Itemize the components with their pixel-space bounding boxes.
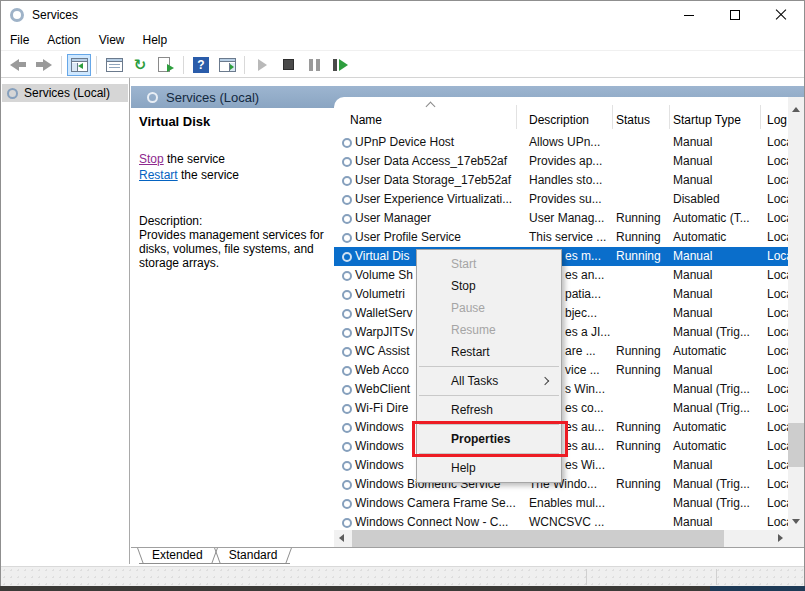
horizontal-scrollbar[interactable] [334,530,788,547]
service-gear-icon [342,271,352,281]
service-action-links: Stop the service Restart the service [139,151,326,183]
service-name-cell: User Data Access_17eb52af [334,152,516,171]
service-startup-cell: Automatic (T... [669,209,760,228]
scroll-up-icon[interactable] [792,107,800,112]
service-logon-cell: Loca [760,513,788,530]
context-menu-item-restart[interactable]: Restart [417,341,561,363]
service-gear-icon [342,518,352,528]
service-status-cell [612,399,669,418]
service-gear-icon [342,328,352,338]
show-tree-icon[interactable] [67,54,91,76]
service-gear-icon [342,214,352,224]
tree-item-services-local[interactable]: Services (Local) [2,84,128,102]
service-gear-icon [342,461,352,471]
menu-file[interactable]: File [1,30,38,50]
tab-standard[interactable]: Standard [216,548,291,564]
scroll-right-icon[interactable] [778,534,783,542]
action-pane-icon[interactable] [215,54,239,76]
context-menu-item-properties[interactable]: Properties [417,428,561,450]
pane-header-gear-icon [147,92,158,103]
menu-action[interactable]: Action [38,30,89,50]
table-row[interactable]: UPnP Device HostAllows UPn...ManualLoca [334,133,788,152]
context-menu-item-all-tasks[interactable]: All Tasks [417,370,561,392]
service-status-cell: Running [612,247,669,266]
toolbar-separator [183,56,184,74]
status-bar-divider [586,569,587,585]
context-menu-item-stop[interactable]: Stop [417,275,561,297]
service-status-cell [612,323,669,342]
service-description-cell: Provides su... [516,190,612,209]
help-icon[interactable]: ? [189,54,213,76]
services-gear-icon [7,88,18,99]
menu-view[interactable]: View [90,30,134,50]
table-row[interactable]: Windows Connect Now - C...WCNCSVC ...Man… [334,513,788,530]
service-status-cell [612,456,669,475]
menu-help[interactable]: Help [134,30,177,50]
service-gear-icon [342,347,352,357]
properties-list-icon[interactable] [102,54,126,76]
table-row[interactable]: User Profile ServiceThis service ...Runn… [334,228,788,247]
export-list-icon[interactable] [154,54,178,76]
column-divider[interactable] [669,105,670,129]
service-name-cell: User Profile Service [334,228,516,247]
back-icon[interactable] [6,54,30,76]
table-row[interactable]: Windows Camera Frame Se...Enables mul...… [334,494,788,513]
stop-icon[interactable] [276,54,300,76]
restart-step-icon[interactable] [328,54,352,76]
column-header-startup-type[interactable]: Startup Type [669,113,760,127]
service-logon-cell: Loca [760,380,788,399]
restart-service-link[interactable]: Restart [139,168,178,182]
minimize-button[interactable] [666,1,712,29]
service-startup-cell: Manual [669,152,760,171]
service-description-cell: WCNCSVC ... [516,513,612,530]
service-status-cell [612,152,669,171]
service-status-cell [612,494,669,513]
forward-icon[interactable] [32,54,56,76]
service-startup-cell: Manual [669,304,760,323]
vertical-scrollbar[interactable] [788,97,804,532]
column-header-log-on-as[interactable]: Log [760,113,788,127]
column-header-description[interactable]: Description [516,113,612,127]
stop-service-link[interactable]: Stop [139,152,164,166]
scroll-down-icon[interactable] [792,519,800,524]
tab-extended[interactable]: Extended [139,548,216,564]
column-divider[interactable] [516,105,517,129]
scroll-left-icon[interactable] [339,534,344,542]
column-divider[interactable] [612,105,613,129]
service-logon-cell: Loca [760,399,788,418]
column-header-name[interactable]: Name [334,113,516,127]
refresh-icon[interactable]: ↻ [128,54,152,76]
service-gear-icon [342,366,352,376]
context-menu-item-help[interactable]: Help [417,457,561,479]
extended-detail-pane: Virtual Disk Stop the service Restart th… [131,108,334,547]
toolbar-separator [61,56,62,74]
column-header-status[interactable]: Status [612,113,669,127]
table-row[interactable]: User Data Access_17eb52afProvides ap...M… [334,152,788,171]
table-row[interactable]: User Data Storage_17eb52afHandles sto...… [334,171,788,190]
service-name-cell: User Experience Virtualizati... [334,190,516,209]
horizontal-scroll-thumb[interactable] [352,530,724,547]
stop-link-suffix: the service [164,152,225,166]
service-name-cell: User Manager [334,209,516,228]
toolbar-separator [96,56,97,74]
service-startup-cell: Manual (Trig... [669,399,760,418]
context-menu-item-pause: Pause [417,297,561,319]
table-row[interactable]: User ManagerUser Manag...RunningAutomati… [334,209,788,228]
service-logon-cell: Loca [760,304,788,323]
vertical-scroll-thumb[interactable] [788,423,804,467]
service-startup-cell: Manual [669,247,760,266]
column-divider[interactable] [760,105,761,129]
maximize-button[interactable] [712,1,758,29]
table-row[interactable]: User Experience Virtualizati...Provides … [334,190,788,209]
service-startup-cell: Manual (Trig... [669,380,760,399]
service-gear-icon [342,252,352,262]
play-icon[interactable] [250,54,274,76]
context-menu-item-refresh[interactable]: Refresh [417,399,561,421]
service-gear-icon [342,195,352,205]
close-button[interactable] [758,1,804,29]
window-title: Services [32,8,78,22]
pause-icon[interactable] [302,54,326,76]
service-status-cell: Running [612,475,669,494]
caption-buttons [666,1,804,29]
pane-header-title: Services (Local) [166,90,259,105]
